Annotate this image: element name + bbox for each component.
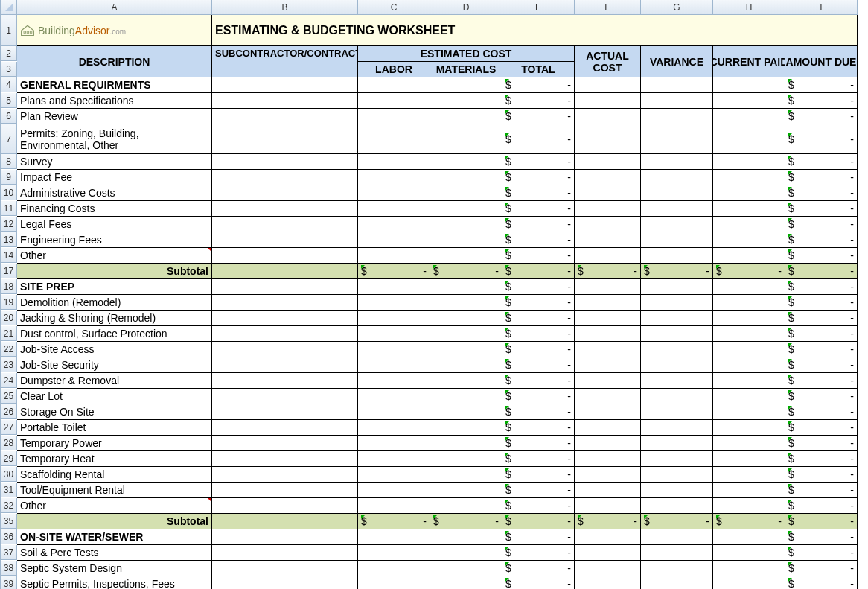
cell[interactable] (713, 185, 785, 201)
cell[interactable] (358, 217, 430, 232)
desc-cell[interactable]: Temporary Heat (17, 451, 212, 467)
cell[interactable] (358, 404, 430, 420)
cell[interactable] (212, 373, 358, 389)
cell[interactable] (641, 326, 713, 342)
cell[interactable] (713, 124, 785, 154)
due-cell[interactable]: $- (785, 451, 858, 467)
row-header[interactable]: 4 (1, 77, 17, 92)
desc-cell[interactable]: Administrative Costs (17, 185, 212, 201)
cell[interactable] (358, 279, 430, 295)
total-cell[interactable]: $- (502, 561, 575, 576)
row-header[interactable]: 3 (1, 62, 17, 77)
cell[interactable] (713, 201, 785, 217)
row-header[interactable]: 39 (1, 576, 17, 589)
row-header[interactable]: 10 (1, 185, 17, 200)
total-cell[interactable]: $- (502, 279, 575, 295)
cell[interactable] (212, 436, 358, 451)
cell[interactable] (575, 436, 641, 451)
total-cell[interactable]: $- (502, 467, 575, 483)
row-header[interactable]: 26 (1, 404, 17, 419)
total-cell[interactable]: $- (502, 93, 575, 109)
due-cell[interactable]: $- (785, 279, 858, 295)
cell[interactable] (641, 109, 713, 124)
cell[interactable] (575, 342, 641, 357)
cell[interactable] (713, 404, 785, 420)
cell[interactable] (358, 93, 430, 109)
due-cell[interactable]: $- (785, 483, 858, 498)
due-cell[interactable]: $- (785, 311, 858, 326)
desc-cell[interactable]: Impact Fee (17, 170, 212, 185)
cell[interactable] (575, 357, 641, 373)
cell[interactable] (358, 295, 430, 311)
cell[interactable] (641, 295, 713, 311)
cell[interactable] (212, 248, 358, 264)
cell[interactable] (641, 154, 713, 170)
cell[interactable] (713, 248, 785, 264)
cell[interactable] (641, 185, 713, 201)
due-cell[interactable]: $- (785, 201, 858, 217)
cell[interactable] (430, 232, 502, 248)
total-cell[interactable]: $- (502, 529, 575, 545)
row-header[interactable]: 27 (1, 420, 17, 435)
column-header-H[interactable]: H (713, 0, 785, 15)
cell[interactable] (430, 77, 502, 93)
cell[interactable] (358, 436, 430, 451)
cell[interactable] (641, 483, 713, 498)
cell[interactable] (575, 93, 641, 109)
row-header[interactable]: 20 (1, 311, 17, 325)
cell[interactable] (575, 109, 641, 124)
cell[interactable] (430, 185, 502, 201)
cell[interactable] (430, 561, 502, 576)
total-cell[interactable]: $- (502, 436, 575, 451)
cell[interactable] (212, 264, 358, 279)
cell[interactable] (641, 561, 713, 576)
due-cell[interactable]: $- (785, 295, 858, 311)
cell[interactable] (713, 279, 785, 295)
cell[interactable] (575, 170, 641, 185)
cell[interactable] (575, 217, 641, 232)
subtotal-g[interactable]: $- (641, 514, 713, 529)
column-header-B[interactable]: B (212, 0, 358, 15)
desc-cell[interactable]: Engineering Fees (17, 232, 212, 248)
cell[interactable] (358, 451, 430, 467)
row-header[interactable]: 2 (1, 46, 17, 61)
cell[interactable] (641, 545, 713, 561)
due-cell[interactable]: $- (785, 498, 858, 514)
cell[interactable] (430, 279, 502, 295)
cell[interactable] (713, 373, 785, 389)
cell[interactable] (212, 529, 358, 545)
cell[interactable] (713, 436, 785, 451)
cell[interactable] (430, 498, 502, 514)
cell[interactable] (358, 357, 430, 373)
desc-cell[interactable]: Dust control, Surface Protection (17, 326, 212, 342)
cell[interactable] (212, 514, 358, 529)
due-cell[interactable]: $- (785, 109, 858, 124)
subtotal-f[interactable]: $- (575, 514, 641, 529)
total-cell[interactable]: $- (502, 389, 575, 404)
cell[interactable] (358, 170, 430, 185)
row-header[interactable]: 23 (1, 357, 17, 372)
cell[interactable] (713, 109, 785, 124)
cell[interactable] (430, 342, 502, 357)
cell[interactable] (575, 279, 641, 295)
cell[interactable] (641, 467, 713, 483)
desc-cell[interactable]: SITE PREP (17, 279, 212, 295)
desc-cell[interactable]: Legal Fees (17, 217, 212, 232)
cell[interactable] (641, 436, 713, 451)
due-cell[interactable]: $- (785, 389, 858, 404)
due-cell[interactable]: $- (785, 420, 858, 436)
cell[interactable] (641, 404, 713, 420)
cell[interactable] (575, 295, 641, 311)
due-cell[interactable]: $- (785, 124, 858, 154)
cell[interactable] (430, 201, 502, 217)
cell[interactable] (430, 311, 502, 326)
cell[interactable] (212, 576, 358, 589)
desc-cell[interactable]: ON-SITE WATER/SEWER (17, 529, 212, 545)
desc-cell[interactable]: Clear Lot (17, 389, 212, 404)
total-cell[interactable]: $- (502, 124, 575, 154)
cell[interactable] (358, 154, 430, 170)
cell[interactable] (713, 154, 785, 170)
row-header[interactable]: 36 (1, 529, 17, 544)
cell[interactable] (713, 357, 785, 373)
cell[interactable] (358, 576, 430, 589)
